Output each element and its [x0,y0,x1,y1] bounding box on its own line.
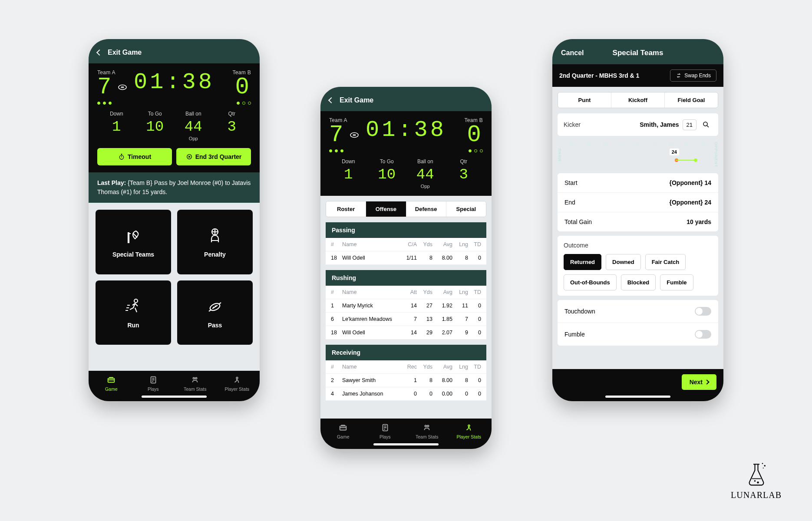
back-arrow-icon[interactable] [328,97,334,103]
tab-plays[interactable]: Plays [132,375,175,392]
qtr-label: Qtr [213,111,251,117]
total-gain-value: 10 yards [687,218,711,225]
tile-penalty[interactable]: Penalty [177,210,253,274]
circle-x-icon [186,153,193,160]
receiving-header: #NameRecYdsAvgLngTD [326,360,486,374]
swap-ends-button[interactable]: Swap Ends [670,69,716,82]
down-value: 1 [329,166,368,183]
ball-position-marker[interactable]: 24 [670,148,679,155]
svg-point-10 [236,377,238,379]
section-receiving-head: Receiving [326,345,486,360]
svg-point-16 [468,425,470,427]
table-row: 4James Johanson000.0000 [326,387,486,401]
tab-game[interactable]: Game [322,423,364,439]
chip-returned[interactable]: Returned [564,254,601,270]
game-situation-bar: 2nd Quarter - MBHS 3rd & 1 Swap Ends [552,64,723,87]
touchdown-toggle[interactable] [695,307,711,316]
arrow-right-icon [704,379,709,384]
tab-team-stats[interactable]: Team Stats [406,423,448,439]
tab-game[interactable]: Game [90,375,132,392]
tile-run[interactable]: Run [96,280,171,345]
ball-trajectory [676,160,696,161]
end-quarter-button[interactable]: End 3rd Quarter [176,148,251,165]
section-rushing-head: Rushing [326,270,486,286]
team-a-score: 7 [329,123,345,147]
pill-punt[interactable]: Punt [558,92,611,108]
tab-player-stats[interactable]: Player Stats [448,423,490,439]
next-button[interactable]: Next [682,374,716,390]
phone-special-teams-screen: Cancel Special Teams 2nd Quarter - MBHS … [552,39,723,401]
exit-game-button[interactable]: Exit Game [108,49,142,56]
total-gain-label: Total Gain [564,218,592,225]
svg-point-9 [195,378,197,379]
yard-markers: 102030405040302010 [567,142,709,146]
seg-offense[interactable]: Offense [366,201,406,217]
field-position-strip[interactable]: MBHS OPPONENT 102030405040302010 24 [558,140,718,169]
kicker-label: Kicker [564,121,636,128]
search-icon [702,121,710,129]
fumble-toggle[interactable] [695,330,711,339]
chip-blocked[interactable]: Blocked [621,274,656,290]
back-arrow-icon[interactable] [96,49,102,56]
table-row: 18Will Odell14292.0790 [326,326,486,340]
ballon-label: Ball on [174,111,213,117]
start-value: {Opponent} 14 [670,179,711,186]
timeout-button[interactable]: Timeout [97,148,172,165]
tile-pass[interactable]: Pass [177,280,253,345]
togo-label: To Go [136,111,175,117]
touchdown-toggle-row: Touchdown [558,300,718,323]
phone-game-screen: Exit Game Team A 7 01:38 Team B 0 [89,39,260,401]
fumble-label: Fumble [564,331,585,338]
play-type-pills: Punt Kickoff Field Goal [558,92,718,108]
tab-player-stats[interactable]: Player Stats [216,375,258,392]
svg-point-15 [427,425,429,427]
situation-text: 2nd Quarter - MBHS 3rd & 1 [559,72,639,79]
chip-fumble[interactable]: Fumble [660,274,693,290]
team-a-timeouts [97,102,129,105]
down-value: 1 [97,119,136,135]
team-b-timeouts [220,102,251,105]
ballon-side: Opp [174,136,213,141]
svg-point-14 [425,425,427,427]
endzone-left: MBHS [558,148,567,162]
kicker-number-input[interactable]: 21 [683,119,696,130]
cancel-button[interactable]: Cancel [561,49,584,57]
chip-out-of-bounds[interactable]: Out-of-Bounds [564,274,617,290]
svg-point-20 [762,463,763,464]
tab-plays[interactable]: Plays [364,423,406,439]
touchdown-label: Touchdown [564,308,595,315]
screen-title: Special Teams [613,49,663,57]
kicker-name: Smith, James [640,121,679,128]
fumble-toggle-row: Fumble [558,323,718,346]
svg-point-4 [134,299,138,303]
togo-value: 10 [136,119,175,135]
pill-field-goal[interactable]: Field Goal [665,92,718,108]
seg-roster[interactable]: Roster [326,201,366,217]
chip-fair-catch[interactable]: Fair Catch [645,254,686,270]
chip-downed[interactable]: Downed [606,254,641,270]
lunarlab-text: LUNARLAB [731,490,782,500]
receiving-table: #NameRecYdsAvgLngTD 2Sawyer Smith188.008… [326,360,486,401]
section-passing-head: Passing [326,222,486,238]
team-b-score: 0 [452,123,483,147]
phone-player-stats-screen: Exit Game Team A 7 01:38 Team B 0 [320,87,492,449]
svg-point-19 [757,481,759,483]
table-row: 18Will Odell1/1188.0080 [326,251,486,265]
ballon-side: Opp [406,184,445,189]
scoreboard: Team A 7 01:38 Team B 0 Down1 To Go10 Ba… [320,111,492,196]
exit-game-button[interactable]: Exit Game [340,96,373,104]
tab-team-stats[interactable]: Team Stats [174,375,216,392]
table-row: 2Sawyer Smith188.0080 [326,374,486,387]
togo-value: 10 [368,166,406,183]
tile-special-teams[interactable]: Special Teams [96,210,171,274]
table-row: 1Marty Myrick14271.92110 [326,299,486,313]
pill-kickoff[interactable]: Kickoff [611,92,665,108]
game-clock: 01:38 [129,69,220,95]
seg-special[interactable]: Special [446,201,486,217]
topbar: Cancel Special Teams [552,39,723,64]
seg-defense[interactable]: Defense [406,201,446,217]
search-kicker-button[interactable] [700,119,712,131]
rushing-header: #NameAttYdsAvgLngTD [326,286,486,299]
team-a-score: 7 [97,76,113,99]
possession-football-icon [117,82,128,92]
